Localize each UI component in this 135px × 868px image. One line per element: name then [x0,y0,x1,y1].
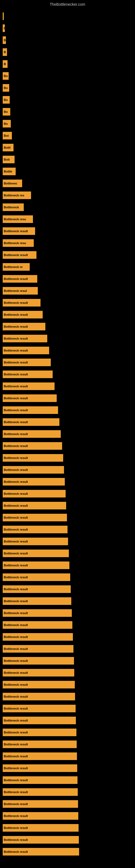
bar-label: Bo [4,98,8,101]
bar-row: Bottleneck result [3,225,135,237]
bar-label: Bottleneck result [4,671,28,674]
bar-row: Bottleneck resu [3,213,135,225]
bar: Bottleneck result [3,371,53,378]
bar: Bottleneck result [3,347,49,354]
bar-label: Bottleneck result [4,838,28,841]
bar-label: B [4,27,5,30]
bar-row: Bottleneck result [3,655,135,667]
bar-label: Bottleneck result [4,277,28,280]
bar-label: Bottleneck result [4,623,28,627]
bar-label: Bottleneck result [4,480,28,484]
bars-container: BBBBBoBoBoBoBoBotBottlBottBottleBottlene… [0,8,135,858]
bar-label: Bottleneck result [4,492,28,495]
bar-row: Bottl [3,142,135,154]
bar-row: Bo [3,82,135,94]
bar: Bottleneck result [3,514,67,521]
bar: Bottleneck result [3,741,77,748]
bar-row: Bottleneck result [3,297,135,309]
bar: Bottleneck result [3,717,76,724]
bar: Bottleneck result [3,728,77,736]
bar-row: Bottleneck result [3,679,135,691]
bar-label: Bottleneck result [4,540,28,543]
bar: Bottleneck result [3,669,74,677]
bar-row: Bottleneck result [3,786,135,798]
bar-row: Bottleneck result [3,571,135,583]
bar-label: Bottleneck result [4,850,28,854]
bar-row: Bottleneck result [3,309,135,321]
bar-row: Bottleneck re [3,261,135,273]
bar-label: Bottleneck result [4,504,28,507]
bar-label: Bottleneck re [4,265,23,269]
bar-label: B [4,38,6,42]
bar: Bottleneck result [3,681,75,688]
bar-row: Bottleneck result [3,428,135,440]
bar-row: Bottleneck result [3,356,135,368]
bar-label: Bottleneck result [4,707,28,710]
site-title: TheBottlenecker.com [0,0,135,8]
bar: Bottleneck result [3,406,58,414]
bar-row: Bottleneck result [3,798,135,810]
bar-row: Bottleneck result [3,333,135,344]
bar: B [3,36,6,44]
bar-row: Bot [3,130,135,142]
bar: Bottleneck result [3,800,78,808]
bar-label: Bottleneck result [4,755,28,758]
bar-label: Bottleneck result [4,767,28,770]
bar: B [3,24,5,32]
bar: Bo [3,108,10,116]
bar-label: Bot [4,134,9,137]
bar: Bottleneck result [3,645,74,653]
bar-label: Bottleneck result [4,301,28,304]
bar-row: Bottleneck result [3,714,135,726]
bar: Bottle [3,167,16,175]
bar-label: Bottleneck [4,206,19,209]
bar-row: Bo [3,94,135,106]
bar: Bottleneck result [3,609,72,617]
bar-label: Bottleneck res [4,194,24,197]
bar: Bottleneck resul [3,287,38,294]
bar-label: Bottleneck result [4,432,28,436]
bar-label: Bottleneck result [4,683,28,686]
bar: Bottleneck result [3,466,64,474]
bar: Bottleneck result [3,382,54,390]
bar: Bott [3,156,14,163]
bar-label: Bo [4,74,8,78]
bar-row: Bottleneck result [3,547,135,559]
bar-row: Bottleneck result [3,488,135,500]
bar-row: Bottleneck result [3,738,135,750]
bar: Bo [3,84,9,92]
bar-row: Bottleneck result [3,834,135,846]
bar: Bottleneck result [3,836,79,844]
bar: B [3,60,8,68]
bar-label: Bottleneck result [4,361,28,364]
bar: Bottleneck result [3,275,37,283]
bar-label: Bottleneck result [4,397,28,400]
bar: Bottleneck result [3,764,77,772]
bar: Bottleneck result [3,526,68,533]
bar-label: Bottleneck result [4,731,28,734]
bar-row: B [3,34,135,46]
bar: Bottleneck result [3,561,70,569]
bar: Bottleneck result [3,550,69,557]
bar: Bottleneck result [3,776,78,784]
bar-row: B [3,22,135,34]
bar-row: Bo [3,106,135,118]
bar: Bottleneck result [3,227,35,235]
bar: Bo [3,72,9,80]
bar-row: B [3,46,135,58]
bar-row: Bottleneck result [3,416,135,428]
bar-label: Bottleneck resul [4,289,27,292]
bar-row: Bottleneck result [3,535,135,547]
bar-label: Bottleneck result [4,576,28,579]
bar-label: Bottl [4,146,10,149]
bar-row: Bottleneck result [3,404,135,416]
bar-row: Bottleneck result [3,524,135,535]
bar-row: Bottleneck res [3,189,135,201]
bar-label: B [4,62,6,66]
bar: Bottleneck result [3,442,62,450]
bar: Bottleneck resu [3,215,33,223]
bar-row: Bottleneck result [3,583,135,595]
bar: Bottleneck result [3,502,66,509]
bar-label: Bottleneck result [4,659,28,662]
bar-label: B [4,51,6,54]
